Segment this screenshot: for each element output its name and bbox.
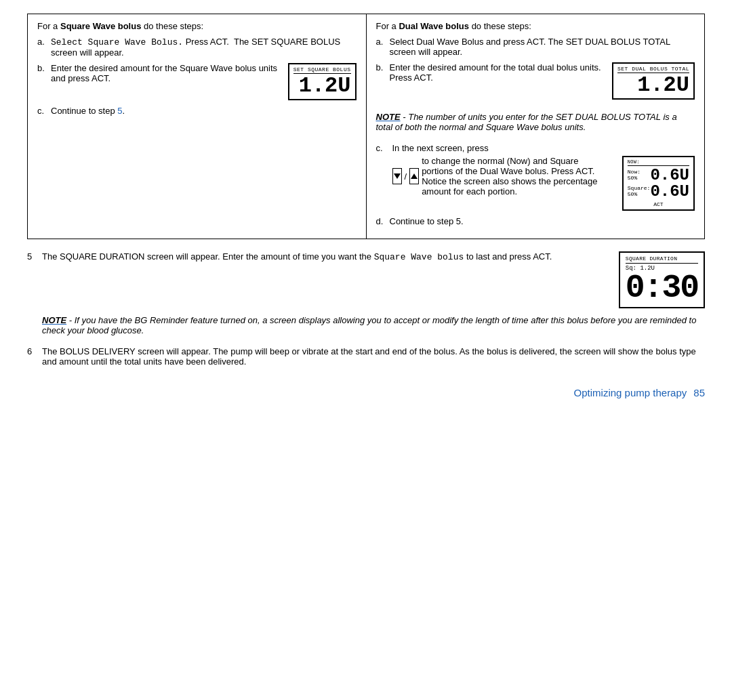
left-step-b-text: Enter the desired amount for the Square … bbox=[51, 63, 284, 83]
square-duration-device: SQUARE DURATION Sq: 1.2U 0:30 bbox=[619, 251, 705, 308]
right-step-c-text2: to change the normal (Now) and Square po… bbox=[422, 156, 611, 197]
note-body: The number of units you enter for the SE… bbox=[376, 112, 677, 132]
dual-act-label: ACT bbox=[628, 201, 689, 207]
left-step-b-content: Enter the desired amount for the Square … bbox=[51, 63, 357, 100]
left-col-header: For a Square Wave bolus do these steps: bbox=[37, 21, 357, 31]
left-step-list: a. Select Square Wave Bolus. Press ACT. … bbox=[37, 37, 357, 116]
left-step-b: b. Enter the desired amount for the Squa… bbox=[37, 63, 357, 100]
up-triangle-svg bbox=[410, 172, 418, 180]
note-label: NOTE bbox=[376, 112, 401, 122]
step5-number: 5 bbox=[27, 251, 37, 262]
right-step-b-device: SET DUAL BOLUS TOTAL 1.2U bbox=[612, 62, 695, 100]
step5-note-label: NOTE bbox=[42, 315, 66, 325]
right-step-a-content: Select Dual Wave Bolus and press ACT. Th… bbox=[390, 37, 695, 57]
step5-content: The SQUARE DURATION screen will appear. … bbox=[42, 251, 611, 262]
left-step-c-period: . bbox=[123, 106, 125, 116]
step6-section: 6 The BOLUS DELIVERY screen will appear.… bbox=[27, 346, 705, 367]
left-step-c-text: Continue to step bbox=[51, 106, 117, 116]
right-note: NOTE - The number of units you enter for… bbox=[376, 105, 695, 138]
step6-text: The BOLUS DELIVERY screen will appear. T… bbox=[42, 346, 696, 367]
right-step-c-text1: In the next screen, press bbox=[392, 143, 489, 153]
slash-sep: / bbox=[405, 171, 407, 182]
right-column: For a Dual Wave bolus do these steps: a.… bbox=[366, 14, 705, 239]
right-step-c: c. In the next screen, press bbox=[376, 143, 695, 211]
left-header-prefix: For a bbox=[37, 21, 60, 31]
left-step-a-label: a. bbox=[37, 37, 48, 47]
dual-row1-labels: Now: 50% bbox=[628, 169, 640, 182]
right-step-b-label: b. bbox=[376, 62, 387, 73]
left-header-bold: Square Wave bolus bbox=[60, 21, 141, 31]
down-triangle-svg bbox=[393, 172, 401, 180]
step5-text1: The SQUARE DURATION screen will appear. … bbox=[42, 251, 374, 262]
step5-row: 5 The SQUARE DURATION screen will appear… bbox=[27, 251, 705, 308]
right-step-a-label: a. bbox=[376, 37, 387, 47]
dual-row1-value: 0.6U bbox=[650, 167, 689, 184]
step5-text1-mono: Square Wave bolus bbox=[374, 252, 464, 262]
right-step-c-main-row: / to change the normal (Now) and Square … bbox=[392, 156, 695, 211]
right-step-c-press-row: In the next screen, press bbox=[392, 143, 695, 153]
right-step-c-content: In the next screen, press bbox=[392, 143, 695, 211]
step5-section: 5 The SQUARE DURATION screen will appear… bbox=[27, 251, 705, 335]
right-step-a: a. Select Dual Wave Bolus and press ACT.… bbox=[376, 37, 695, 57]
step5-note: NOTE - If you have the BG Reminder featu… bbox=[42, 315, 705, 335]
left-column: For a Square Wave bolus do these steps: … bbox=[28, 14, 367, 239]
step6-number: 6 bbox=[27, 346, 37, 356]
icon-row: / to change the normal (Now) and Square … bbox=[392, 156, 611, 197]
footer-title: Optimizing pump therapy bbox=[574, 387, 687, 398]
left-step-b-row: Enter the desired amount for the Square … bbox=[51, 63, 357, 100]
left-device-value: 1.2U bbox=[299, 75, 351, 97]
step5-device-area: SQUARE DURATION Sq: 1.2U 0:30 bbox=[617, 251, 705, 308]
two-col-table: For a Square Wave bolus do these steps: … bbox=[27, 14, 705, 239]
svg-marker-1 bbox=[411, 173, 418, 179]
page-content: For a Square Wave bolus do these steps: … bbox=[27, 14, 705, 398]
up-triangle-icon bbox=[409, 168, 419, 184]
dual-device-header: Now: bbox=[628, 159, 689, 166]
sqd-value: 0:30 bbox=[626, 272, 698, 304]
right-step-b: b. Enter the desired amount for the tota… bbox=[376, 62, 695, 100]
step5-note-text: If you have the BG Reminder feature turn… bbox=[42, 315, 696, 335]
right-step-c-label: c. bbox=[376, 143, 387, 153]
right-step-d-label: d. bbox=[376, 216, 387, 226]
dual-wave-device: Now: Now: 50% 0.6U bbox=[622, 156, 695, 211]
right-note-content: NOTE - The number of units you enter for… bbox=[376, 112, 695, 132]
left-step-c-content: Continue to step 5. bbox=[51, 106, 357, 116]
page-footer: Optimizing pump therapy 85 bbox=[27, 387, 705, 398]
step5-note-dash: - bbox=[66, 315, 75, 325]
left-step-a-mono: Select Square Wave Bolus. bbox=[51, 37, 183, 47]
footer-page-number: 85 bbox=[693, 387, 705, 398]
note-dash: - bbox=[401, 112, 409, 122]
right-step-b-content: Enter the desired amount for the total d… bbox=[390, 62, 695, 100]
left-step-a-content: Select Square Wave Bolus. Press ACT. The… bbox=[51, 37, 357, 58]
right-step-d-content: Continue to step 5. bbox=[390, 216, 695, 226]
left-step-b-label: b. bbox=[37, 63, 48, 73]
dual-row1: Now: 50% 0.6U bbox=[628, 167, 689, 184]
svg-marker-0 bbox=[394, 173, 401, 179]
left-step-a: a. Select Square Wave Bolus. Press ACT. … bbox=[37, 37, 357, 58]
dual-row2-labels: Square: 50% bbox=[628, 186, 651, 198]
down-triangle-icon bbox=[392, 168, 402, 184]
right-header-prefix: For a bbox=[376, 21, 399, 31]
step6-content: The BOLUS DELIVERY screen will appear. T… bbox=[42, 346, 705, 367]
sqd-header: SQUARE DURATION bbox=[626, 255, 698, 264]
right-header-bold: Dual Wave bolus bbox=[399, 21, 469, 31]
step6-row: 6 The BOLUS DELIVERY screen will appear.… bbox=[27, 346, 705, 367]
step5-text1b: to last and press ACT. bbox=[464, 251, 552, 262]
right-step-c-left: / to change the normal (Now) and Square … bbox=[392, 156, 611, 199]
dual-row2-value: 0.6U bbox=[650, 184, 689, 200]
right-device-value: 1.2U bbox=[637, 75, 689, 96]
note-text: NOTE bbox=[376, 112, 401, 122]
left-step-c: c. Continue to step 5. bbox=[37, 106, 357, 116]
right-col-header: For a Dual Wave bolus do these steps: bbox=[376, 21, 695, 31]
left-step-c-label: c. bbox=[37, 106, 48, 116]
right-header-suffix: do these steps: bbox=[469, 21, 531, 31]
left-step-c-link: 5 bbox=[117, 106, 122, 116]
right-step-b-text: Enter the desired amount for the total d… bbox=[390, 62, 608, 83]
right-step-b-row: Enter the desired amount for the total d… bbox=[390, 62, 695, 100]
left-step-b-device: SET SQUARE BOLUS 1.2U bbox=[288, 63, 357, 100]
dual-row2: Square: 50% 0.6U bbox=[628, 184, 689, 200]
right-step-d: d. Continue to step 5. bbox=[376, 216, 695, 226]
left-header-suffix: do these steps: bbox=[141, 21, 203, 31]
right-step-list: a. Select Dual Wave Bolus and press ACT.… bbox=[376, 37, 695, 226]
